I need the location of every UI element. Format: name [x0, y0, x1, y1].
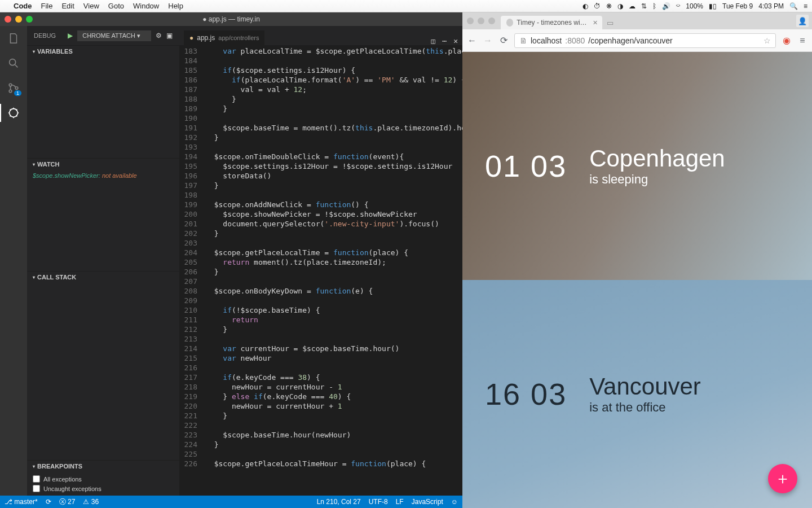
- code-line[interactable]: 204 $scope.getPlaceLocalTime = function(…: [179, 248, 462, 257]
- menubar-cloud-icon[interactable]: ☁: [629, 2, 636, 10]
- search-icon[interactable]: [7, 56, 20, 70]
- variables-section-header[interactable]: ▾VARIABLES: [27, 46, 179, 57]
- git-branch[interactable]: ⎇ master*: [5, 498, 38, 506]
- chrome-menu-icon[interactable]: ≡: [797, 36, 807, 46]
- vscode-title-bar[interactable]: ● app.js — timey.in: [0, 12, 462, 26]
- window-close-icon[interactable]: [467, 17, 474, 24]
- code-line[interactable]: 222: [179, 421, 462, 430]
- feedback-icon[interactable]: ☺: [451, 498, 458, 506]
- menubar-date[interactable]: Tue Feb 9: [722, 2, 753, 10]
- bp-uncaught-exceptions[interactable]: Uncaught exceptions: [33, 484, 174, 493]
- code-line[interactable]: 198: [179, 190, 462, 200]
- code-line[interactable]: 210 if(!$scope.baseTime) {: [179, 305, 462, 315]
- spotlight-icon[interactable]: 🔍: [789, 2, 798, 10]
- code-line[interactable]: 188 }: [179, 94, 462, 104]
- menubar-bluetooth-icon[interactable]: ᛒ: [652, 2, 656, 10]
- gear-icon[interactable]: ⚙: [156, 32, 162, 40]
- code-line[interactable]: 211 return: [179, 315, 462, 325]
- source-control-icon[interactable]: 1: [7, 81, 20, 95]
- window-zoom-icon[interactable]: [26, 16, 33, 23]
- code-line[interactable]: 207: [179, 277, 462, 286]
- code-line[interactable]: 193: [179, 142, 462, 152]
- code-line[interactable]: 221 }: [179, 411, 462, 421]
- menu-help[interactable]: Help: [168, 2, 183, 10]
- window-minimize-icon[interactable]: [15, 16, 22, 23]
- cursor-position[interactable]: Ln 210, Col 27: [317, 498, 361, 506]
- forward-icon[interactable]: →: [483, 36, 493, 46]
- menubar-time[interactable]: 4:03 PM: [758, 2, 784, 10]
- start-debug-icon[interactable]: ▶: [68, 32, 73, 40]
- code-line[interactable]: 189 }: [179, 104, 462, 113]
- code-line[interactable]: 195 $scope.settings.is12Hour = !$scope.s…: [179, 161, 462, 171]
- notification-center-icon[interactable]: ≡: [804, 2, 807, 10]
- code-line[interactable]: 192 }: [179, 133, 462, 142]
- code-line[interactable]: 197 }: [179, 181, 462, 190]
- new-tab-icon[interactable]: ▭: [602, 16, 618, 29]
- add-city-button[interactable]: ＋: [768, 464, 797, 493]
- code-line[interactable]: 224 }: [179, 440, 462, 449]
- split-editor-icon[interactable]: ◫: [431, 37, 436, 45]
- code-line[interactable]: 218 newHour = currentHour - 1: [179, 382, 462, 392]
- timezone-card[interactable]: 16 03 Vancouver is at the office: [462, 280, 812, 508]
- debug-config-select[interactable]: Chrome Attach ▾: [77, 30, 151, 41]
- code-line[interactable]: 215 var newHour: [179, 353, 462, 363]
- code-line[interactable]: 212 }: [179, 325, 462, 334]
- close-editor-icon[interactable]: ✕: [453, 37, 458, 45]
- menu-file[interactable]: File: [41, 2, 53, 10]
- sync-icon[interactable]: ⟳: [46, 498, 51, 506]
- menubar-extras-icon[interactable]: ⏱: [594, 2, 601, 10]
- more-actions-icon[interactable]: ⋯: [442, 37, 447, 45]
- code-line[interactable]: 190: [179, 113, 462, 123]
- code-line[interactable]: 220 newHour = currentHour + 1: [179, 401, 462, 411]
- encoding[interactable]: UTF-8: [369, 498, 388, 506]
- menubar-sync-icon[interactable]: ⇅: [641, 2, 647, 10]
- code-line[interactable]: 183 var placeLocalTime = $scope.getPlace…: [179, 46, 462, 56]
- battery-percent[interactable]: 100%: [686, 2, 703, 10]
- code-line[interactable]: 208 $scope.onBodyKeyDown = function(e) {: [179, 286, 462, 296]
- code-line[interactable]: 202 }: [179, 229, 462, 238]
- window-minimize-icon[interactable]: [478, 17, 484, 24]
- code-line[interactable]: 225: [179, 449, 462, 459]
- code-line[interactable]: 196 storeData(): [179, 171, 462, 181]
- code-line[interactable]: 184: [179, 56, 462, 65]
- browser-tab[interactable]: Timey - timezones with a h ✕: [501, 16, 602, 29]
- menubar-dropbox-icon[interactable]: ◑: [617, 2, 623, 10]
- explorer-icon[interactable]: [7, 32, 20, 45]
- eol[interactable]: LF: [396, 498, 404, 506]
- close-tab-icon[interactable]: ✕: [593, 19, 598, 27]
- code-line[interactable]: 226 $scope.getPlaceLocalTimeHour = funct…: [179, 459, 462, 468]
- bookmark-icon[interactable]: ☆: [764, 36, 771, 45]
- menubar-evernote-icon[interactable]: ❋: [606, 2, 612, 10]
- code-line[interactable]: 191 $scope.baseTime = moment().tz(this.p…: [179, 123, 462, 133]
- breakpoints-section-header[interactable]: ▾BREAKPOINTS: [27, 461, 179, 472]
- watch-section-header[interactable]: ▾WATCH: [27, 159, 179, 170]
- code-line[interactable]: 199 $scope.onAddNewClick = function() {: [179, 200, 462, 209]
- address-bar[interactable]: 🗎 localhost:8080/copenhagen/vancouver ☆: [514, 33, 776, 48]
- code-line[interactable]: 186 if(placeLocalTime.format('A') == 'PM…: [179, 75, 462, 85]
- code-line[interactable]: 216: [179, 363, 462, 373]
- window-close-icon[interactable]: [5, 16, 11, 23]
- code-line[interactable]: 205 return moment().tz(place.timezoneId)…: [179, 257, 462, 267]
- reload-icon[interactable]: ⟳: [498, 35, 509, 46]
- code-line[interactable]: 213: [179, 334, 462, 344]
- timezone-card[interactable]: 01 03 Copenhagen is sleeping: [462, 52, 812, 280]
- extension-icon[interactable]: ◉: [782, 35, 792, 46]
- profile-icon[interactable]: 👤: [796, 15, 809, 27]
- code-line[interactable]: 223 $scope.baseTime.hour(newHour): [179, 430, 462, 440]
- window-zoom-icon[interactable]: [488, 17, 495, 24]
- editor-tab[interactable]: ● app.js app/controllers: [184, 30, 264, 45]
- code-line[interactable]: 206 }: [179, 267, 462, 277]
- language-mode[interactable]: JavaScript: [412, 498, 443, 506]
- site-info-icon[interactable]: 🗎: [519, 36, 527, 45]
- back-icon[interactable]: ←: [467, 36, 477, 46]
- warnings-count[interactable]: ⚠ 36: [83, 498, 99, 506]
- menu-edit[interactable]: Edit: [61, 2, 74, 10]
- code-line[interactable]: 203: [179, 238, 462, 248]
- code-line[interactable]: 200 $scope.showNewPicker = !$scope.showN…: [179, 209, 462, 219]
- code-line[interactable]: 201 document.querySelector('.new-city-in…: [179, 219, 462, 229]
- code-line[interactable]: 185 if($scope.settings.is12Hour) {: [179, 65, 462, 75]
- code-line[interactable]: 217 if(e.keyCode === 38) {: [179, 373, 462, 382]
- code-line[interactable]: 219 } else if(e.keyCode === 40) {: [179, 392, 462, 401]
- menu-view[interactable]: View: [83, 2, 99, 10]
- menubar-wifi-icon[interactable]: ⌔: [676, 2, 680, 10]
